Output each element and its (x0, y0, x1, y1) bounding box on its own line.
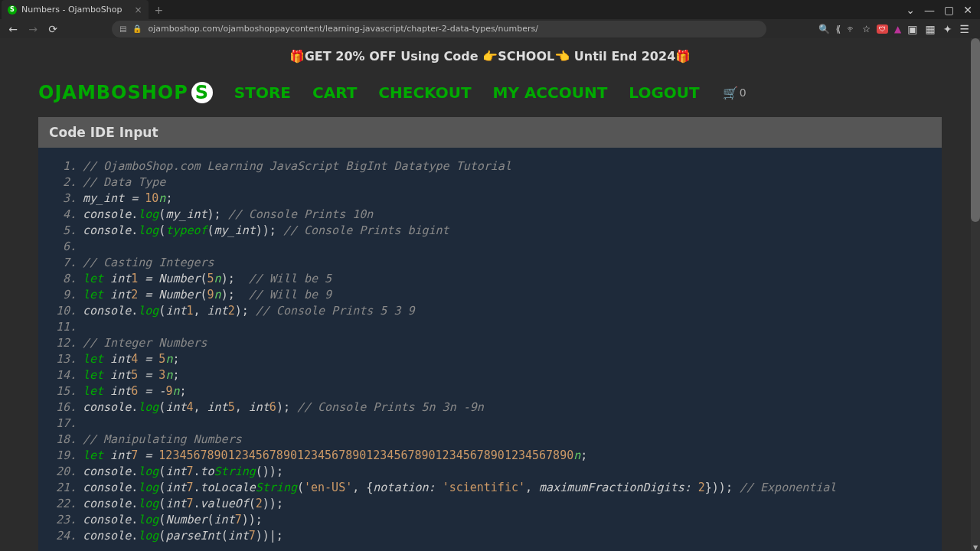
line-number: 18. (44, 432, 83, 448)
code-line: 12.// Integer Numbers (44, 335, 931, 351)
line-content: console.log(int7.toLocaleString('en-US',… (83, 480, 836, 496)
address-bar: ← → ⟳ ▤ 🔒 ojamboshop.com/ojamboshoppayco… (0, 19, 980, 38)
code-line: 1.// OjamboShop.com Learning JavaScript … (44, 158, 931, 174)
code-editor[interactable]: 1.// OjamboShop.com Learning JavaScript … (38, 148, 942, 551)
line-number: 10. (44, 303, 83, 319)
zoom-icon[interactable]: 🔍 (818, 24, 830, 34)
line-content: // OjamboShop.com Learning JavaScript Bi… (83, 158, 511, 174)
window-icon[interactable]: ▦ (925, 23, 935, 35)
line-content: console.log(int4, int5, int6); // Consol… (83, 399, 484, 416)
new-tab-button[interactable]: + (155, 4, 164, 16)
code-line: 9.let int2 = Number(9n); // Will be 9 (44, 287, 931, 303)
line-number: 23. (44, 512, 83, 528)
triangle-icon[interactable]: ▲ (894, 24, 901, 34)
shield-icon[interactable]: 🛡 (877, 24, 888, 34)
close-icon[interactable]: × (134, 5, 142, 15)
line-content: let int7 = 12345678901234567890123456789… (83, 448, 587, 464)
line-number: 17. (44, 416, 83, 432)
code-line: 3.my_int = 10n; (44, 191, 931, 207)
share-icon[interactable]: ⟪ (836, 24, 841, 34)
nav-link-store[interactable]: STORE (234, 83, 291, 102)
cart-icon: 🛒 (723, 86, 738, 100)
toolbar-right: ▣ ▦ ✦ ☰ (907, 23, 974, 35)
panel-header: Code IDE Input (38, 117, 942, 148)
cart-button[interactable]: 🛒 0 (723, 86, 746, 100)
back-button[interactable]: ← (6, 23, 20, 35)
code-line: 10.console.log(int1, int2); // Console P… (44, 303, 931, 319)
nav-link-account[interactable]: MY ACCOUNT (493, 83, 608, 102)
line-number: 22. (44, 496, 83, 512)
nav-link-logout[interactable]: LOGOUT (629, 83, 699, 102)
line-content: // Integer Numbers (83, 335, 207, 351)
code-line: 20.console.log(int7.toString()); (44, 464, 931, 480)
lock-icon: 🔒 (132, 24, 142, 33)
nav-link-checkout[interactable]: CHECKOUT (378, 83, 471, 102)
line-number: 8. (44, 271, 83, 287)
tab-title: Numbers - OjamboShop (21, 5, 122, 15)
scrollbar[interactable]: ▲ ▼ (971, 38, 980, 551)
code-line: 13.let int4 = 5n; (44, 351, 931, 367)
line-number: 6. (44, 239, 83, 255)
line-number: 15. (44, 383, 83, 399)
bookmark-icon[interactable]: ☆ (862, 24, 871, 34)
scrollbar-thumb[interactable] (971, 38, 980, 222)
logo[interactable]: OJAMBOSHOP S (38, 82, 213, 103)
url-input[interactable]: ▤ 🔒 ojamboshop.com/ojamboshoppaycontent/… (112, 21, 766, 37)
code-line: 15.let int6 = -9n; (44, 383, 931, 399)
code-line: 2.// Data Type (44, 174, 931, 191)
reader-icon[interactable]: ▤ (119, 24, 126, 33)
line-content: console.log(int7.valueOf(2)); (83, 496, 283, 512)
code-line: 21.console.log(int7.toLocaleString('en-U… (44, 480, 931, 496)
line-content: console.log(int7.toString()); (83, 464, 283, 480)
line-content: let int5 = 3n; (83, 367, 179, 383)
tab-bar: S Numbers - OjamboShop × + ⌄ — ▢ ✕ (0, 0, 980, 19)
nav-buttons: ← → ⟳ (6, 23, 60, 35)
line-content: my_int = 10n; (83, 191, 172, 207)
line-number: 9. (44, 287, 83, 303)
close-window-icon[interactable]: ✕ (963, 4, 972, 16)
line-content: console.log(my_int); // Console Prints 1… (83, 207, 373, 223)
code-line: 5.console.log(typeof(my_int)); // Consol… (44, 223, 931, 239)
panel-icon[interactable]: ▣ (907, 23, 917, 35)
address-icons: 🔍 ⟪ ᯤ ☆ 🛡 ▲ (818, 24, 902, 34)
code-line: 22.console.log(int7.valueOf(2)); (44, 496, 931, 512)
cart-count: 0 (740, 86, 746, 99)
code-line: 24.console.log(parseInt(int7))|; (44, 528, 931, 544)
line-content: console.log(parseInt(int7))|; (83, 528, 283, 544)
content-area: Code IDE Input 1.// OjamboShop.com Learn… (0, 117, 980, 551)
line-number: 5. (44, 223, 83, 239)
forward-button[interactable]: → (26, 23, 40, 35)
line-number: 11. (44, 319, 83, 335)
customize-icon[interactable]: ✦ (943, 23, 952, 35)
line-number: 2. (44, 174, 83, 191)
line-number: 4. (44, 207, 83, 223)
page-content: 🎁GET 20% OFF Using Code 👉SCHOOL👈 Until E… (0, 38, 980, 551)
code-line: 8.let int1 = Number(5n); // Will be 5 (44, 271, 931, 287)
code-line: 6. (44, 239, 931, 255)
menu-icon[interactable]: ☰ (959, 23, 969, 35)
main-nav: OJAMBOSHOP S STORE CART CHECKOUT MY ACCO… (0, 74, 980, 117)
minimize-icon[interactable]: — (924, 4, 935, 16)
line-number: 20. (44, 464, 83, 480)
reload-button[interactable]: ⟳ (46, 23, 60, 35)
maximize-icon[interactable]: ▢ (944, 4, 954, 16)
code-line: 4.console.log(my_int); // Console Prints… (44, 207, 931, 223)
code-line: 7.// Casting Integers (44, 255, 931, 271)
browser-chrome: S Numbers - OjamboShop × + ⌄ — ▢ ✕ ← → ⟳… (0, 0, 980, 38)
line-content: let int2 = Number(9n); // Will be 9 (83, 287, 332, 303)
code-line: 17. (44, 416, 931, 432)
line-number: 1. (44, 158, 83, 174)
dropdown-icon[interactable]: ⌄ (906, 4, 915, 16)
code-line: 14.let int5 = 3n; (44, 367, 931, 383)
browser-tab[interactable]: S Numbers - OjamboShop × (2, 0, 149, 19)
code-line: 11. (44, 319, 931, 335)
line-content: console.log(typeof(my_int)); // Console … (83, 223, 449, 239)
window-controls: ⌄ — ▢ ✕ (906, 4, 980, 16)
scroll-down-icon[interactable]: ▼ (971, 544, 980, 551)
code-line: 16.console.log(int4, int5, int6); // Con… (44, 399, 931, 416)
nav-link-cart[interactable]: CART (312, 83, 357, 102)
code-line: 18.// Manipulating Numbers (44, 432, 931, 448)
logo-text: OJAMBOSHOP (38, 82, 188, 103)
line-content: // Manipulating Numbers (83, 432, 242, 448)
rss-icon[interactable]: ᯤ (847, 24, 856, 34)
